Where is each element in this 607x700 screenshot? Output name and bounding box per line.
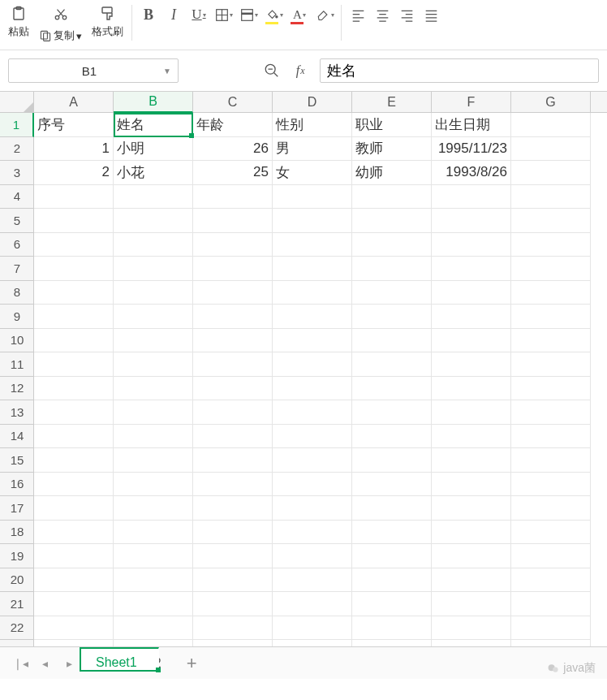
row-header-2[interactable]: 2 (0, 137, 34, 162)
cell[interactable] (34, 544, 114, 568)
cell[interactable] (273, 209, 352, 233)
cell[interactable] (273, 400, 352, 425)
cell[interactable] (193, 544, 273, 568)
cell[interactable] (511, 185, 591, 210)
cell[interactable] (432, 185, 511, 210)
cell[interactable] (511, 568, 591, 593)
cell[interactable] (432, 521, 511, 545)
cut-button[interactable] (50, 3, 72, 26)
column-header-G[interactable]: G (511, 92, 591, 113)
cell[interactable] (432, 616, 511, 641)
cell[interactable] (511, 592, 591, 616)
row-header-4[interactable]: 4 (0, 185, 34, 210)
tab-nav-next[interactable]: ▸ (57, 651, 81, 676)
cell[interactable] (273, 425, 352, 449)
cell[interactable] (114, 377, 193, 401)
row-header-11[interactable]: 11 (0, 352, 34, 377)
column-header-E[interactable]: E (352, 92, 432, 113)
cell[interactable] (432, 329, 511, 353)
cell[interactable] (511, 161, 591, 185)
cell[interactable] (114, 521, 193, 545)
cell[interactable]: 女 (273, 161, 352, 185)
row-header-14[interactable]: 14 (0, 425, 34, 449)
underline-button[interactable]: U▾ (187, 3, 210, 26)
fx-button[interactable]: fx (291, 60, 312, 81)
cell[interactable] (511, 521, 591, 545)
cell[interactable] (34, 473, 114, 497)
cell[interactable] (511, 257, 591, 281)
zoom-out-button[interactable] (261, 60, 282, 81)
cell[interactable] (193, 592, 273, 616)
cell[interactable] (352, 233, 432, 257)
cell[interactable] (193, 400, 273, 425)
cell[interactable] (511, 425, 591, 449)
cell[interactable] (114, 544, 193, 568)
column-header-B[interactable]: B (114, 92, 193, 113)
cell[interactable] (193, 521, 273, 545)
row-header-12[interactable]: 12 (0, 377, 34, 401)
row-header-22[interactable]: 22 (0, 616, 34, 641)
cell[interactable] (34, 377, 114, 401)
cell[interactable] (273, 233, 352, 257)
cell[interactable] (432, 425, 511, 449)
cell[interactable] (193, 305, 273, 329)
cell[interactable] (352, 448, 432, 473)
cell[interactable] (114, 281, 193, 305)
sheet-tab-sheet2[interactable]: Sheet2 (105, 650, 177, 677)
cell[interactable] (432, 544, 511, 568)
cell[interactable] (352, 377, 432, 401)
cell[interactable] (193, 209, 273, 233)
font-color-button[interactable]: A ▾ (288, 3, 311, 26)
cell[interactable]: 男 (273, 137, 352, 162)
cell[interactable] (34, 209, 114, 233)
cell[interactable] (432, 281, 511, 305)
cell[interactable] (193, 257, 273, 281)
cell[interactable] (273, 473, 352, 497)
cell[interactable] (193, 329, 273, 353)
bold-button[interactable]: B (137, 3, 160, 26)
cell[interactable] (273, 281, 352, 305)
cell[interactable] (273, 616, 352, 641)
cell[interactable] (34, 185, 114, 210)
cell[interactable] (511, 496, 591, 521)
cell[interactable] (273, 352, 352, 377)
cell[interactable] (114, 209, 193, 233)
cell[interactable] (511, 616, 591, 641)
cell[interactable] (273, 592, 352, 616)
cell[interactable] (352, 496, 432, 521)
cell[interactable] (34, 257, 114, 281)
name-box[interactable]: B1 ▼ (8, 58, 179, 83)
cell[interactable]: 职业 (352, 113, 432, 137)
cell[interactable] (114, 568, 193, 593)
cell[interactable] (273, 305, 352, 329)
cell[interactable] (193, 377, 273, 401)
row-header-19[interactable]: 19 (0, 544, 34, 568)
cell[interactable] (114, 352, 193, 377)
cell[interactable] (432, 233, 511, 257)
row-header-17[interactable]: 17 (0, 496, 34, 521)
cell[interactable] (193, 281, 273, 305)
cell[interactable] (511, 352, 591, 377)
tab-nav-prev[interactable]: ◂ (32, 651, 57, 676)
cell[interactable] (432, 352, 511, 377)
cell[interactable] (34, 521, 114, 545)
cell[interactable] (34, 281, 114, 305)
cell[interactable] (432, 305, 511, 329)
fill-color-button[interactable]: ▾ (263, 3, 286, 26)
cell[interactable] (114, 616, 193, 641)
cell[interactable] (432, 448, 511, 473)
cell[interactable] (34, 352, 114, 377)
cell[interactable] (114, 592, 193, 616)
cell[interactable] (34, 448, 114, 473)
cell[interactable] (273, 185, 352, 210)
cell[interactable] (352, 352, 432, 377)
cell[interactable] (193, 448, 273, 473)
cell[interactable] (511, 473, 591, 497)
cell[interactable] (273, 521, 352, 545)
cell[interactable] (511, 113, 591, 137)
cell[interactable] (114, 425, 193, 449)
cell[interactable] (511, 281, 591, 305)
cell[interactable] (273, 257, 352, 281)
cell[interactable] (511, 544, 591, 568)
cell[interactable] (352, 616, 432, 641)
